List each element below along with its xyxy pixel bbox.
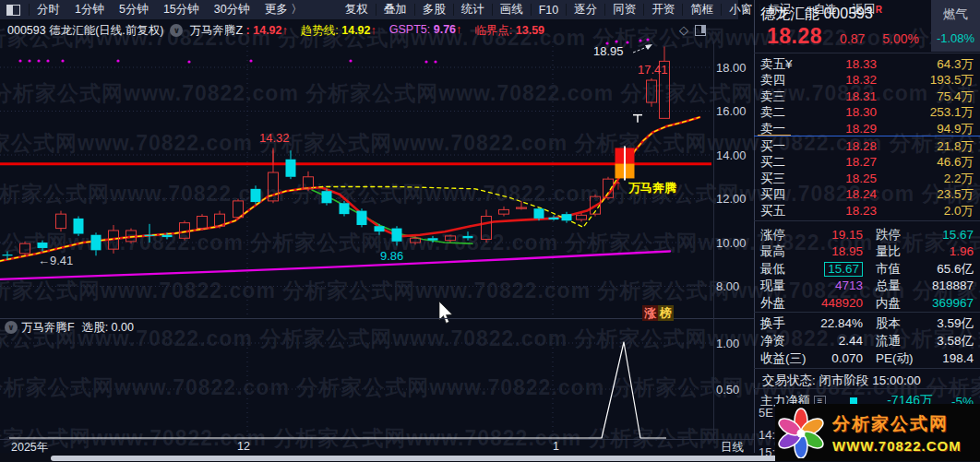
last-price: 18.28 xyxy=(767,24,822,49)
tool-多股[interactable]: 多股 xyxy=(415,2,453,18)
level-label: 卖二 xyxy=(760,104,807,120)
svg-text:14.00: 14.00 xyxy=(716,148,747,162)
chart-info-bar: 000593 德龙汇能(日线.前复权) ∨ 万马奔腾Z : 14.92↑趋势线:… xyxy=(0,20,754,41)
level-volume: 21.8万 xyxy=(877,138,974,154)
svg-text:16.00: 16.00 xyxy=(716,104,747,118)
trading-app-window: 分析家公式网www.70822.com 分析家公式网www.70822.com … xyxy=(0,0,980,462)
level-volume: 46.6万 xyxy=(877,154,974,170)
tool-复权[interactable]: 复权 xyxy=(338,2,376,18)
date-axis: 2025年 12 1 日线 xyxy=(0,440,754,453)
level-volume: 2.0万 xyxy=(877,203,974,219)
level-price: 18.33 xyxy=(807,56,877,72)
site-logo: 分析家公式网 WWW.70822.COM xyxy=(775,404,980,461)
chevron-down-icon[interactable]: ∨ xyxy=(170,24,183,37)
level-label: 买三 xyxy=(760,171,807,186)
sector-box[interactable]: 燃气 -1.08% xyxy=(931,0,980,52)
sub-indicator-value: 选股: 0.00 xyxy=(82,320,134,336)
period-label[interactable]: 日线 xyxy=(721,440,744,456)
axis-year-label: 2025年 xyxy=(11,440,48,456)
tool-叠加[interactable]: 叠加 xyxy=(376,2,414,18)
period-tab-更多 〉[interactable]: 更多 〉 xyxy=(257,2,310,18)
prev-close-label: 17.41 xyxy=(638,63,668,77)
stat-row: 涨停19.15跌停15.67 xyxy=(754,227,980,243)
indicator-万马奔腾Z: 万马奔腾Z : 14.92↑ xyxy=(189,23,287,39)
low-price-label-mid: 9.86 xyxy=(380,249,403,263)
indicator-GSPT5:: GSPT5: 9.76↑ xyxy=(389,23,462,39)
tool-画线[interactable]: 画线 xyxy=(493,2,531,18)
axis-month-label: 12 xyxy=(237,440,250,453)
tool-开资[interactable]: 开资 xyxy=(644,2,682,18)
level-price: 18.29 xyxy=(807,121,877,136)
stat-row: 外盘448920内盘369967 xyxy=(754,295,980,312)
tool-统计[interactable]: 统计 xyxy=(454,2,492,18)
period-tab-15分钟[interactable]: 15分钟 xyxy=(156,2,207,18)
level-price: 18.25 xyxy=(807,171,877,186)
level-price: 18.31 xyxy=(807,89,877,104)
price-change-pct: 5.00% xyxy=(882,31,919,46)
sector-change: -1.08% xyxy=(931,31,980,45)
bid-row: 买四18.2423.5万 xyxy=(754,186,980,202)
logo-text-url: WWW.70822.COM xyxy=(832,438,962,454)
row-fragment: 14: xyxy=(759,428,775,442)
tool-简框[interactable]: 简框 xyxy=(683,2,721,18)
window-icon[interactable] xyxy=(6,5,20,16)
peak-price-label: 14.32 xyxy=(259,131,290,145)
bid-queue: 买一18.2821.8万买二18.2746.6万买三18.252.2万买四18.… xyxy=(754,138,980,219)
svg-text:0.50: 0.50 xyxy=(716,383,739,397)
level-label: 卖三 xyxy=(760,89,807,104)
svg-text:10.00: 10.00 xyxy=(716,236,747,250)
level-price: 18.27 xyxy=(807,154,877,170)
chevron-down-icon[interactable]: ∨ xyxy=(5,321,18,334)
stat-row: 换手22.84%股本3.59亿 xyxy=(754,314,980,332)
quote-panel: 德龙汇能 000593R 燃气 -1.08% 18.28 0.87 5.00% … xyxy=(754,0,980,462)
stat-row: 最低15.67市值65.6亿 xyxy=(754,261,980,278)
ask-queue: 卖五¥18.3364.3万卖四18.32193.5万卖三18.3175.4万卖二… xyxy=(754,56,980,136)
mini-window-icon[interactable] xyxy=(695,25,706,36)
level-label: 买一 xyxy=(760,138,807,154)
level-volume: 2.2万 xyxy=(877,171,974,186)
diamond-icon[interactable]: ◇ xyxy=(679,23,688,37)
level-volume: 193.5万 xyxy=(877,72,974,88)
stats-grid: 涨停19.15跌停15.67最高18.95量比1.96最低15.67市值65.6… xyxy=(754,227,980,312)
level-volume: 253.1万 xyxy=(877,104,974,120)
svg-text:12.00: 12.00 xyxy=(716,192,747,206)
level-volume: 94.9万 xyxy=(877,121,974,136)
ask-row: 卖二18.30253.1万 xyxy=(754,104,980,120)
tool-逐分[interactable]: 逐分 xyxy=(567,2,604,18)
level-label: 买五 xyxy=(760,203,807,219)
signal-up-arrow: ↑ xyxy=(615,176,622,192)
period-tabs: 分时1分钟5分钟15分钟30分钟更多 〉 xyxy=(30,2,310,18)
level-volume: 75.4万 xyxy=(877,89,974,104)
period-tab-30分钟[interactable]: 30分钟 xyxy=(207,2,257,18)
level-label: 卖四 xyxy=(760,72,807,88)
level-volume: 23.5万 xyxy=(877,186,974,202)
level-label: 卖五¥ xyxy=(760,56,807,72)
trade-status: 交易状态: 闭市阶段 15:00:00 xyxy=(762,373,921,389)
level-price: 18.30 xyxy=(807,104,877,120)
level-label: 买二 xyxy=(760,154,807,170)
period-tab-5分钟[interactable]: 5分钟 xyxy=(112,2,156,18)
period-tab-分时[interactable]: 分时 xyxy=(30,2,67,18)
logo-text-cn: 分析家公式网 xyxy=(832,412,962,436)
low-price-label-left: ←9.41 xyxy=(38,254,73,267)
level-price: 18.32 xyxy=(807,72,877,88)
stat-row: 最高18.95量比1.96 xyxy=(754,243,980,260)
chart-corner-icons: ◇ xyxy=(679,23,706,37)
day-high-label: 18.95 xyxy=(593,44,624,58)
fundamental-grid: 换手22.84%股本3.59亿净资2.44流通3.58亿收益(三)0.070PE… xyxy=(754,314,980,367)
level-volume: 64.3万 xyxy=(877,56,974,72)
sub-indicator-header: ∨ 万马奔腾F 选股: 0.00 xyxy=(0,320,134,335)
level-label: 买四 xyxy=(760,186,807,202)
row-fragment: 5E xyxy=(759,406,773,420)
period-tab-1分钟[interactable]: 1分钟 xyxy=(67,2,112,18)
indicator-趋势线:: 趋势线: 14.92↑ xyxy=(301,23,376,39)
tool-同资[interactable]: 同资 xyxy=(605,2,643,18)
axis-divider xyxy=(713,41,714,440)
tool-F10[interactable]: F10 xyxy=(532,4,567,17)
bid-row: 买三18.252.2万 xyxy=(754,171,980,186)
flower-logo-icon xyxy=(775,407,827,458)
indicator-临界点:: 临界点: 13.59 xyxy=(474,23,544,39)
rank-badge[interactable]: 涨榜 xyxy=(642,305,674,322)
sector-name: 燃气 xyxy=(931,6,980,23)
symbol-title: 000593 德龙汇能(日线.前复权) xyxy=(7,23,163,39)
